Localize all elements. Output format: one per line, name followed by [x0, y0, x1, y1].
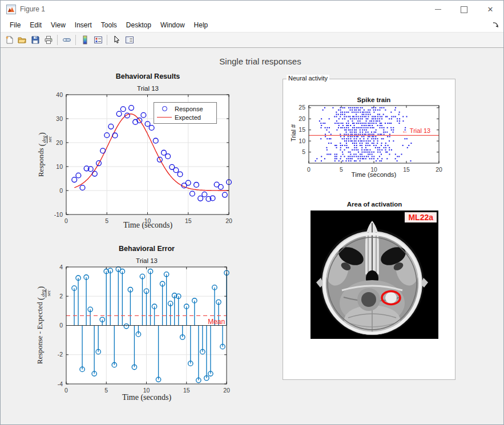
svg-text:0: 0: [59, 187, 63, 194]
error-ylabel: Response - Expected (degsec): [35, 286, 51, 365]
svg-text:25: 25: [299, 104, 305, 111]
svg-text:15: 15: [403, 166, 410, 173]
title-bar: Figure 1 ✕: [1, 1, 503, 18]
svg-text:4: 4: [59, 264, 63, 270]
menu-desktop[interactable]: Desktop: [122, 19, 156, 31]
behavioral-error-chart[interactable]: Mean05101520-4-2024: [40, 262, 235, 401]
spike-xlabel: Time (seconds): [352, 171, 397, 178]
svg-text:← Trial 13: ← Trial 13: [402, 127, 430, 134]
svg-text:10: 10: [299, 137, 305, 144]
expected-line-icon: [157, 117, 172, 118]
legend-item-response: Response: [154, 104, 216, 113]
spike-train-chart[interactable]: ← Trial 1305101520510152025: [292, 102, 447, 177]
save-button[interactable]: [29, 34, 42, 47]
menu-file[interactable]: File: [5, 19, 25, 31]
matlab-figure-icon: [6, 5, 16, 14]
toolbar-separator: [107, 35, 107, 45]
svg-text:0: 0: [59, 322, 63, 329]
svg-text:15: 15: [183, 387, 190, 394]
new-figure-button[interactable]: [2, 34, 15, 47]
svg-text:20: 20: [299, 115, 305, 122]
svg-text:30: 30: [56, 115, 63, 122]
new-document-icon: [5, 35, 14, 44]
legend-item-expected: Expected: [154, 113, 216, 122]
legend-icon: [94, 35, 103, 44]
behavioral-ylabel: Responds (degsec): [37, 132, 53, 177]
open-file-button[interactable]: [15, 34, 29, 47]
open-folder-icon: [18, 35, 27, 44]
svg-text:20: 20: [223, 387, 230, 394]
toolbar-separator: [75, 35, 76, 45]
printer-icon: [44, 35, 53, 44]
colorbar-icon: [80, 35, 90, 44]
svg-text:Mean: Mean: [208, 318, 225, 326]
svg-text:10: 10: [56, 163, 63, 170]
error-title: Behavioral Error: [119, 245, 175, 253]
svg-text:20: 20: [436, 166, 442, 173]
svg-text:-4: -4: [58, 381, 63, 387]
spike-ylabel: Trial #: [290, 124, 297, 141]
behavioral-xlabel: Time (seconds): [123, 221, 172, 230]
chain-link-icon: [62, 35, 71, 44]
menu-help[interactable]: Help: [189, 19, 213, 31]
menu-insert[interactable]: Insert: [70, 19, 96, 31]
svg-text:5: 5: [302, 148, 305, 155]
toolbar-separator: [57, 35, 58, 45]
figure-window: Figure 1 ✕ File Edit View Insert Tools D…: [0, 0, 504, 425]
menu-bar: File Edit View Insert Tools Desktop Wind…: [1, 18, 503, 32]
maximize-button[interactable]: [451, 1, 477, 18]
region-tag: ML22a: [405, 212, 437, 222]
response-marker-icon: [162, 106, 167, 111]
floppy-disk-icon: [31, 35, 40, 44]
menu-edit[interactable]: Edit: [25, 19, 46, 31]
figure-toolbar: [1, 32, 503, 48]
plot-browser-button[interactable]: [123, 34, 136, 47]
activation-title: Area of activation: [347, 201, 402, 208]
svg-text:5: 5: [340, 166, 343, 173]
svg-text:5: 5: [104, 387, 108, 394]
close-button[interactable]: ✕: [477, 1, 503, 18]
link-plot-button[interactable]: [60, 34, 73, 47]
svg-text:2: 2: [59, 293, 63, 299]
print-button[interactable]: [42, 34, 55, 47]
menu-tools[interactable]: Tools: [96, 19, 122, 31]
window-title: Figure 1: [20, 5, 45, 13]
mri-axial-slice: [311, 211, 438, 339]
svg-text:20: 20: [225, 217, 232, 224]
minimize-button[interactable]: [425, 1, 451, 18]
svg-text:5: 5: [105, 217, 108, 224]
svg-text:-10: -10: [54, 211, 63, 218]
figure-suptitle: Single trial responses: [219, 56, 301, 66]
dock-figure-icon[interactable]: [492, 21, 500, 29]
behavioral-title: Behavioral Results: [116, 72, 180, 80]
svg-text:0: 0: [307, 166, 311, 173]
pointer-arrow-icon: [112, 35, 121, 44]
insert-colorbar-button[interactable]: [78, 34, 91, 47]
figure-canvas: Single trial responses Behavioral Result…: [1, 48, 503, 424]
menu-view[interactable]: View: [46, 19, 70, 31]
legend-box[interactable]: Response Expected: [154, 102, 217, 124]
insert-legend-button[interactable]: [91, 34, 104, 47]
svg-text:0: 0: [64, 217, 68, 224]
svg-text:-2: -2: [58, 351, 63, 358]
plot-browser-icon: [125, 35, 134, 44]
edit-plot-button[interactable]: [110, 34, 123, 47]
svg-text:0: 0: [64, 387, 68, 394]
menu-window[interactable]: Window: [156, 19, 189, 31]
svg-text:40: 40: [56, 91, 63, 98]
svg-text:15: 15: [185, 217, 192, 224]
svg-text:15: 15: [299, 126, 305, 133]
svg-text:20: 20: [56, 139, 63, 146]
brain-mri-image: ML22a: [311, 211, 438, 339]
error-xlabel: Time (seconds): [122, 393, 171, 402]
panel-title: Neural activity: [287, 75, 329, 82]
